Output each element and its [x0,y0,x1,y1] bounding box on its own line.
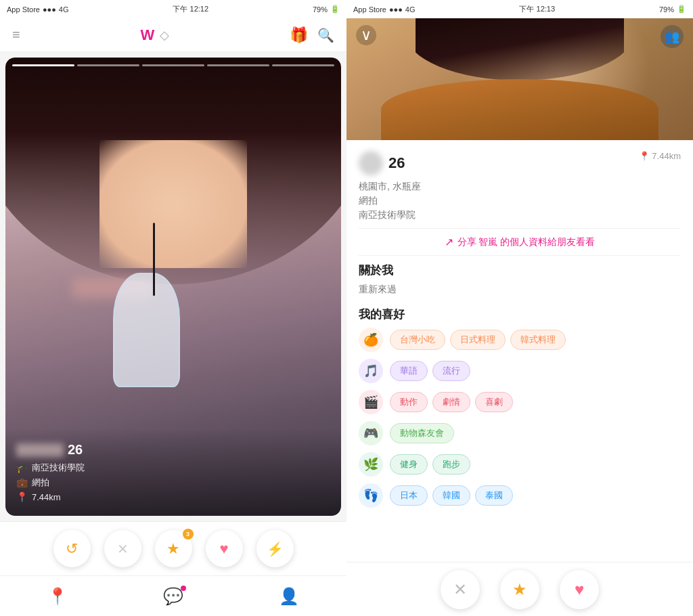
profile-age: 26 [388,154,405,172]
face-overlay [99,140,247,269]
profile-header: 26 📍 7.44km [359,151,681,175]
more-options-button[interactable]: 👥 [661,25,684,48]
profile-school: 南亞技術學院 [359,209,681,221]
hobby-row-game: 🎮 動物森友會 [359,421,681,445]
chevron-down-icon: ∨ [361,26,372,44]
tag-japanese-food: 日式料理 [450,330,506,350]
profile-photo-area: ∨ 👥 [346,18,693,140]
battery-left: 79% 🔋 [313,5,340,14]
sports-tags: 健身 跑步 [390,454,470,475]
rewind-icon: ↺ [66,540,78,558]
tag-running: 跑步 [432,454,470,475]
boost-icon: ⚡ [267,541,284,557]
hobby-row-travel: 👣 日本 韓國 泰國 [359,483,681,508]
game-hobby-icon: 🎮 [359,421,383,445]
gift-icon[interactable]: 🎁 [290,26,308,44]
dot-4 [207,64,269,66]
card-age: 26 [68,442,83,458]
battery-right: 79% 🔋 [659,5,686,14]
card-distance: 7.44km [32,492,61,502]
boost-button[interactable]: ⚡ [256,530,294,567]
card-area[interactable]: 26 🎓 南亞技術學院 💼 網拍 📍 7.44km [5,58,341,516]
pin-icon: 📍 [639,151,650,161]
food-tags: 台灣小吃 日式料理 韓式料理 [390,330,566,350]
right-heart-icon: ♥ [575,580,584,599]
tag-korean-food: 韓式料理 [510,330,566,350]
progress-dots [12,64,334,66]
back-button[interactable]: ∨ [356,25,376,45]
travel-hobby-icon: 👣 [359,483,383,508]
card-job-detail: 💼 網拍 [16,477,330,489]
hobbies-title: 我的喜好 [359,307,681,322]
carrier-label: 4G [59,5,69,14]
avatar-blurred [359,151,383,175]
share-bar[interactable]: ↗ 分享 智嵐 的個人資料給朋友看看 [359,228,681,256]
game-tags: 動物森友會 [390,423,454,443]
hobby-row-food: 🍊 台灣小吃 日式料理 韓式料理 [359,328,681,352]
tag-taiwanese-food: 台灣小吃 [390,330,445,350]
right-super-button[interactable]: ★ [500,570,539,609]
app-store-right: App Store [353,5,386,14]
app-store-label: App Store [7,5,40,14]
nope-button[interactable]: ✕ [104,530,141,567]
message-nav-icon[interactable]: 💬 [163,587,183,606]
search-icon[interactable]: 🔍 [317,27,334,43]
right-action-bar: ✕ ★ ♥ [346,562,693,616]
time-left: 下午 12:12 [173,4,208,14]
distance-value: 7.44km [652,151,681,161]
profile-job: 網拍 [359,195,681,207]
profile-content[interactable]: 26 📍 7.44km 桃園市, 水瓶座 網拍 南亞技術學院 ↗ 分享 智嵐 的… [346,140,693,562]
hobbies-section: 🍊 台灣小吃 日式料理 韓式料理 🎵 華語 流行 🎬 動作 [359,328,681,508]
profile-nav-icon[interactable]: 👤 [279,587,299,606]
tag-pop: 流行 [432,361,470,381]
right-nope-button[interactable]: ✕ [441,570,480,609]
dot-3 [142,64,204,66]
card-school: 南亞技術學院 [32,462,85,474]
time-right: 下午 12:13 [519,4,555,14]
logo-w: W [140,26,154,44]
school-icon: 🎓 [16,462,28,473]
right-like-button[interactable]: ♥ [560,570,599,609]
dot-2 [77,64,139,66]
signal-right: ●●● [389,5,403,14]
card-distance-detail: 📍 7.44km [16,491,330,502]
like-button[interactable]: ♥ [206,530,243,567]
hobby-row-movie: 🎬 動作 劇情 喜劇 [359,390,681,414]
super-like-button[interactable]: ★ 3 [155,530,192,567]
bottom-nav-left: 📍 💬 👤 [0,575,346,616]
card-info-overlay: 26 🎓 南亞技術學院 💼 網拍 📍 7.44km [5,428,341,516]
tag-korea: 韓國 [432,485,470,506]
drink [113,273,180,387]
profile-city: 桃園市, 水瓶座 [359,181,681,193]
right-panel: App Store ●●● 4G 下午 12:13 79% 🔋 ∨ 👥 [346,0,693,616]
right-nope-icon: ✕ [453,580,467,599]
distance-icon: 📍 [16,491,28,502]
name-blurred [16,443,64,457]
tag-japan: 日本 [390,485,428,506]
straw [153,223,155,296]
location-nav-icon[interactable]: 📍 [47,587,68,606]
right-star-icon: ★ [512,580,527,599]
job-icon: 💼 [16,477,28,488]
star-icon: ★ [166,540,180,558]
tag-animal-crossing: 動物森友會 [390,423,454,443]
tag-drama: 劇情 [432,392,470,412]
card-school-detail: 🎓 南亞技術學院 [16,462,330,474]
profile-photo-bg [346,18,693,140]
battery-percent-left: 79% [313,5,328,14]
card-name: 26 [16,442,330,458]
menu-icon[interactable]: ≡ [12,27,20,43]
nope-icon: ✕ [117,541,129,557]
profile-distance: 📍 7.44km [639,151,681,161]
rewind-button[interactable]: ↺ [53,530,91,567]
diamond-icon[interactable]: ◇ [160,28,169,43]
action-bar-left: ↺ ✕ ★ 3 ♥ ⚡ [0,521,346,575]
travel-tags: 日本 韓國 泰國 [390,485,513,506]
battery-icon-left: 🔋 [330,5,340,14]
battery-icon-right: 🔋 [677,5,686,14]
dot-1 [12,64,74,66]
status-left-info: App Store ●●● 4G [7,5,69,14]
status-bar-left: App Store ●●● 4G 下午 12:12 79% 🔋 [0,0,346,18]
battery-percent-right: 79% [659,5,674,14]
music-tags: 華語 流行 [390,361,470,381]
